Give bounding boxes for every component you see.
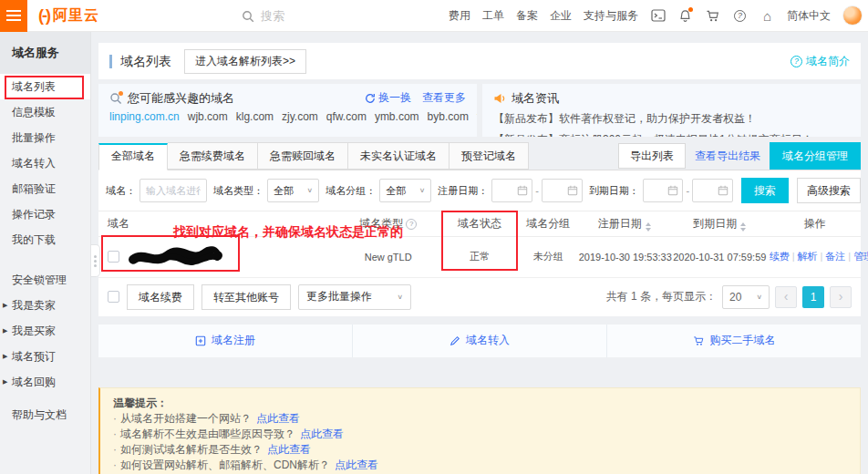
action-renew[interactable]: 续费 bbox=[770, 251, 790, 262]
sidebar-item-seller[interactable]: ▶我是卖家 bbox=[0, 293, 90, 318]
domain-suggestion[interactable]: ymb.com bbox=[375, 110, 419, 123]
sidebar-item-help-docs[interactable]: 帮助与文档 bbox=[0, 402, 90, 428]
reg-date-label: 注册日期： bbox=[438, 184, 488, 198]
sort-icons[interactable] bbox=[646, 222, 651, 232]
domain-group-manage-button[interactable]: 域名分组管理 bbox=[770, 142, 861, 170]
sidebar-item-operation-records[interactable]: 操作记录 bbox=[0, 201, 90, 227]
sort-icons[interactable] bbox=[740, 222, 746, 232]
tab-unverified[interactable]: 未实名认证域名 bbox=[348, 142, 450, 170]
row-checkbox[interactable] bbox=[108, 251, 119, 263]
pencil-icon bbox=[450, 335, 460, 346]
current-page[interactable]: 1 bbox=[802, 286, 824, 308]
domain-group-select[interactable]: 全部∨ bbox=[379, 179, 431, 202]
news-item[interactable]: 【新品发布】软件著作权登记，助力保护开发者权益！ bbox=[493, 111, 850, 127]
domain-type-select[interactable]: 全部∨ bbox=[267, 179, 319, 202]
tab-urgent-redeem[interactable]: 急需赎回域名 bbox=[258, 142, 348, 170]
prev-page-button[interactable]: ‹ bbox=[775, 286, 797, 308]
tip-link[interactable]: 点此查看 bbox=[335, 459, 378, 471]
action-resolve[interactable]: 解析 bbox=[798, 251, 818, 262]
tip-link[interactable]: 点此查看 bbox=[256, 412, 300, 425]
sidebar-item-my-downloads[interactable]: 我的下载 bbox=[0, 227, 90, 252]
sidebar-item-domain-transfer-in[interactable]: 域名转入 bbox=[0, 150, 90, 176]
info-icon[interactable]: ? bbox=[406, 219, 417, 230]
page-size-select[interactable]: 20 ∨ bbox=[722, 285, 770, 309]
suggested-domains: linping.com.cnwjb.comklg.comzjy.comqfw.c… bbox=[109, 109, 466, 125]
topnav-support[interactable]: 支持与服务 bbox=[584, 8, 638, 24]
sidebar-item-domain-buyback[interactable]: ▶域名回购 bbox=[0, 369, 90, 395]
quick-link-buy-secondhand-domain[interactable]: 购买二手域名 bbox=[606, 325, 861, 357]
chevron-down-icon: ∨ bbox=[419, 187, 426, 194]
expire-date-start-input[interactable] bbox=[643, 179, 684, 202]
quick-link-domain-transfer-in[interactable]: 域名转入 bbox=[352, 325, 606, 357]
batch-actions-bar: 域名续费 转至其他账号 更多批量操作 ∨ 共有 1 条，每页显示： 20 ∨ ‹… bbox=[98, 277, 861, 316]
bullet-icon: · bbox=[113, 428, 117, 440]
col-header-status: 域名状态 bbox=[441, 211, 518, 237]
tip-link[interactable]: 点此查看 bbox=[300, 428, 344, 440]
search-placeholder: 搜索 bbox=[261, 8, 284, 25]
logo-text: 阿里云 bbox=[53, 6, 99, 26]
plus-square-icon bbox=[195, 335, 206, 346]
action-manage[interactable]: 管理 bbox=[853, 251, 868, 262]
domain-suggestion[interactable]: qfw.com bbox=[326, 110, 367, 123]
enter-dns-list-button[interactable]: 进入域名解析列表>> bbox=[184, 49, 306, 74]
sidebar-item-email-verification[interactable]: 邮箱验证 bbox=[0, 176, 90, 201]
language-selector[interactable]: 简体中文 bbox=[787, 8, 831, 24]
sidebar-item-domain-reservation[interactable]: ▶域名预订 bbox=[0, 344, 90, 369]
domain-suggestion[interactable]: byb.com bbox=[428, 110, 469, 123]
action-remark[interactable]: 备注 bbox=[825, 251, 845, 262]
redacted-domain-name[interactable] bbox=[128, 246, 222, 268]
news-item[interactable]: 【新品发布】商标注册300元起，极速申报最快1分钟提交商标局！ bbox=[493, 132, 850, 137]
refresh-icon bbox=[365, 93, 376, 104]
cart-icon[interactable] bbox=[705, 8, 720, 23]
domain-suggestion[interactable]: klg.com bbox=[236, 110, 274, 123]
tab-preregistered[interactable]: 预登记域名 bbox=[450, 142, 529, 170]
domain-suggestion[interactable]: linping.com.cn bbox=[109, 110, 180, 123]
advanced-search-button[interactable]: 高级搜索 bbox=[797, 178, 861, 203]
topnav-icp[interactable]: 备案 bbox=[516, 8, 538, 24]
refresh-domains-link[interactable]: 换一换 bbox=[365, 90, 411, 106]
terminal-icon[interactable] bbox=[650, 8, 666, 23]
reg-date-start-input[interactable] bbox=[491, 179, 532, 202]
batch-transfer-button[interactable]: 转至其他账号 bbox=[202, 284, 291, 310]
tip-item: ·如何设置网站解析、邮箱解析、CDN解析？点此查看 bbox=[113, 458, 847, 473]
expire-date-end-input[interactable] bbox=[692, 179, 733, 202]
domain-suggestion[interactable]: zjy.com bbox=[282, 110, 318, 123]
export-list-button[interactable]: 导出列表 bbox=[618, 143, 686, 169]
user-avatar[interactable] bbox=[842, 5, 863, 26]
global-search-input[interactable]: 搜索 bbox=[242, 0, 284, 32]
help-icon[interactable]: ? bbox=[732, 8, 748, 23]
sidebar-item-batch-operations[interactable]: 批量操作 bbox=[0, 125, 90, 150]
more-batch-operations-select[interactable]: 更多批量操作 ∨ bbox=[298, 284, 411, 310]
home-icon[interactable]: ⌂ bbox=[760, 8, 775, 23]
select-all-checkbox[interactable] bbox=[108, 291, 119, 303]
quick-link-domain-register[interactable]: 域名注册 bbox=[98, 325, 352, 357]
view-export-result-link[interactable]: 查看导出结果 bbox=[695, 149, 760, 164]
sidebar-item-info-template[interactable]: 信息模板 bbox=[0, 99, 90, 125]
topnav-fee[interactable]: 费用 bbox=[449, 8, 470, 24]
topnav-ticket[interactable]: 工单 bbox=[482, 8, 504, 24]
menu-toggle-icon[interactable] bbox=[0, 0, 27, 32]
next-page-button[interactable]: › bbox=[830, 286, 852, 308]
tab-all-domains[interactable]: 全部域名 bbox=[98, 143, 168, 170]
aliyun-logo[interactable]: (-) 阿里云 bbox=[38, 6, 99, 26]
tip-link[interactable]: 点此查看 bbox=[267, 443, 311, 456]
batch-renew-button[interactable]: 域名续费 bbox=[127, 284, 194, 310]
col-header-expire-date[interactable]: 到期日期 bbox=[670, 211, 770, 237]
sidebar-item-security-lock[interactable]: 安全锁管理 bbox=[0, 267, 90, 293]
tab-urgent-renew[interactable]: 急需续费域名 bbox=[168, 142, 258, 170]
reg-date-end-input[interactable] bbox=[542, 179, 583, 202]
table-header-row: 域名 域名类型? 域名状态 域名分组 注册日期 到期日期 操作 bbox=[98, 211, 861, 237]
domain-search-input[interactable] bbox=[140, 179, 207, 202]
bell-icon[interactable] bbox=[677, 8, 693, 23]
topnav-enterprise[interactable]: 企业 bbox=[550, 8, 572, 24]
sidebar-item-domain-list[interactable]: 域名列表 bbox=[0, 74, 90, 99]
sidebar-item-buyer[interactable]: ▶我是买家 bbox=[0, 318, 90, 344]
orange-dot bbox=[119, 91, 123, 96]
sidebar-collapse-handle[interactable] bbox=[91, 244, 100, 277]
domain-intro-link[interactable]: ? 域名简介 bbox=[790, 54, 850, 69]
view-more-link[interactable]: 查看更多 bbox=[422, 90, 466, 106]
tips-title: 温馨提示： bbox=[113, 396, 847, 411]
col-header-reg-date[interactable]: 注册日期 bbox=[579, 211, 670, 237]
search-button[interactable]: 搜索 bbox=[741, 178, 789, 203]
domain-suggestion[interactable]: wjb.com bbox=[188, 110, 228, 123]
